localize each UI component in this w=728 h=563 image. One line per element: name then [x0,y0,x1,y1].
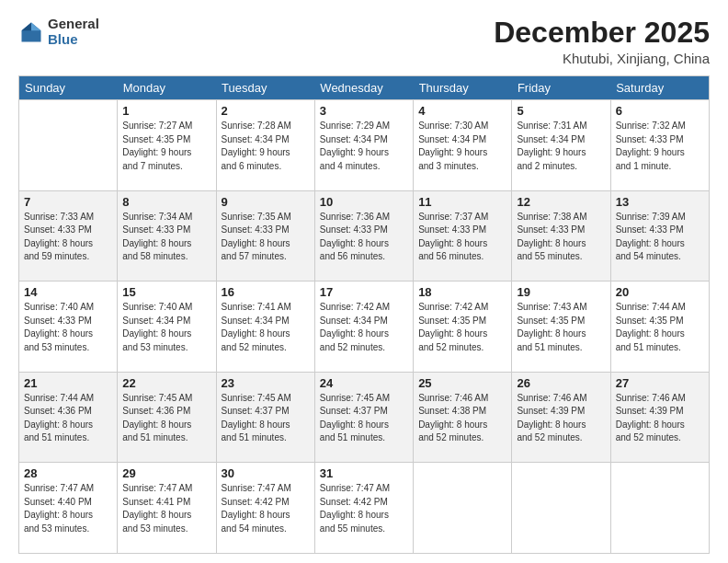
day-number: 18 [418,285,506,299]
logo-general-text: General [48,17,99,32]
table-cell: 31Sunrise: 7:47 AM Sunset: 4:42 PM Dayli… [314,463,413,554]
day-number: 19 [517,285,605,299]
table-cell: 14Sunrise: 7:40 AM Sunset: 4:33 PM Dayli… [19,282,118,373]
day-info: Sunrise: 7:44 AM Sunset: 4:36 PM Dayligh… [24,392,112,445]
table-cell: 16Sunrise: 7:41 AM Sunset: 4:34 PM Dayli… [216,282,314,373]
day-info: Sunrise: 7:46 AM Sunset: 4:38 PM Dayligh… [418,392,506,445]
calendar-week-row: 1Sunrise: 7:27 AM Sunset: 4:35 PM Daylig… [19,100,710,191]
table-cell: 17Sunrise: 7:42 AM Sunset: 4:34 PM Dayli… [314,282,413,373]
table-cell: 20Sunrise: 7:44 AM Sunset: 4:35 PM Dayli… [610,282,709,373]
month-title: December 2025 [494,17,710,49]
day-number: 13 [616,195,704,209]
table-cell: 9Sunrise: 7:35 AM Sunset: 4:33 PM Daylig… [216,190,314,282]
table-cell: 3Sunrise: 7:29 AM Sunset: 4:34 PM Daylig… [314,100,413,191]
day-info: Sunrise: 7:42 AM Sunset: 4:35 PM Dayligh… [418,301,506,354]
day-number: 16 [222,285,310,299]
table-cell: 1Sunrise: 7:27 AM Sunset: 4:35 PM Daylig… [118,100,216,191]
logo: General Blue [18,17,99,47]
day-info: Sunrise: 7:39 AM Sunset: 4:33 PM Dayligh… [616,211,704,264]
day-number: 9 [222,195,310,209]
col-sunday: Sunday [19,76,118,100]
day-info: Sunrise: 7:36 AM Sunset: 4:33 PM Dayligh… [320,211,408,264]
table-cell [19,100,118,191]
day-info: Sunrise: 7:28 AM Sunset: 4:34 PM Dayligh… [222,120,310,173]
day-number: 15 [122,285,210,299]
day-info: Sunrise: 7:45 AM Sunset: 4:37 PM Dayligh… [222,392,310,445]
col-thursday: Thursday [414,76,512,100]
table-cell: 7Sunrise: 7:33 AM Sunset: 4:33 PM Daylig… [19,190,118,282]
day-info: Sunrise: 7:30 AM Sunset: 4:34 PM Dayligh… [418,120,506,173]
day-info: Sunrise: 7:46 AM Sunset: 4:39 PM Dayligh… [517,392,605,445]
table-cell: 23Sunrise: 7:45 AM Sunset: 4:37 PM Dayli… [216,372,314,463]
table-cell: 19Sunrise: 7:43 AM Sunset: 4:35 PM Dayli… [512,282,610,373]
day-number: 6 [616,104,704,118]
table-cell: 2Sunrise: 7:28 AM Sunset: 4:34 PM Daylig… [216,100,314,191]
calendar-week-row: 28Sunrise: 7:47 AM Sunset: 4:40 PM Dayli… [19,463,710,554]
day-number: 26 [517,376,605,390]
day-info: Sunrise: 7:42 AM Sunset: 4:34 PM Dayligh… [320,301,408,354]
day-number: 21 [24,376,112,390]
day-info: Sunrise: 7:29 AM Sunset: 4:34 PM Dayligh… [320,120,408,173]
header: General Blue December 2025 Khutubi, Xinj… [18,17,710,66]
table-cell: 26Sunrise: 7:46 AM Sunset: 4:39 PM Dayli… [512,372,610,463]
col-friday: Friday [512,76,610,100]
day-info: Sunrise: 7:38 AM Sunset: 4:33 PM Dayligh… [517,211,605,264]
table-cell: 18Sunrise: 7:42 AM Sunset: 4:35 PM Dayli… [414,282,512,373]
logo-text: General Blue [48,17,99,47]
day-number: 17 [320,285,408,299]
day-number: 11 [418,195,506,209]
table-cell: 22Sunrise: 7:45 AM Sunset: 4:36 PM Dayli… [118,372,216,463]
day-info: Sunrise: 7:34 AM Sunset: 4:33 PM Dayligh… [122,211,210,264]
day-number: 29 [122,466,210,480]
location: Khutubi, Xinjiang, China [494,51,710,66]
logo-blue-text: Blue [48,32,99,48]
table-cell [512,463,610,554]
table-cell: 29Sunrise: 7:47 AM Sunset: 4:41 PM Dayli… [118,463,216,554]
table-cell [414,463,512,554]
table-cell: 30Sunrise: 7:47 AM Sunset: 4:42 PM Dayli… [216,463,314,554]
title-block: December 2025 Khutubi, Xinjiang, China [494,17,710,66]
col-saturday: Saturday [610,76,709,100]
col-monday: Monday [118,76,216,100]
day-info: Sunrise: 7:46 AM Sunset: 4:39 PM Dayligh… [616,392,704,445]
calendar-week-row: 14Sunrise: 7:40 AM Sunset: 4:33 PM Dayli… [19,282,710,373]
day-number: 30 [222,466,310,480]
table-cell: 25Sunrise: 7:46 AM Sunset: 4:38 PM Dayli… [414,372,512,463]
table-cell: 27Sunrise: 7:46 AM Sunset: 4:39 PM Dayli… [610,372,709,463]
day-info: Sunrise: 7:47 AM Sunset: 4:41 PM Dayligh… [122,482,210,535]
logo-icon [18,19,44,45]
day-number: 10 [320,195,408,209]
day-info: Sunrise: 7:44 AM Sunset: 4:35 PM Dayligh… [616,301,704,354]
day-info: Sunrise: 7:45 AM Sunset: 4:37 PM Dayligh… [320,392,408,445]
day-number: 27 [616,376,704,390]
day-info: Sunrise: 7:31 AM Sunset: 4:34 PM Dayligh… [517,120,605,173]
table-cell: 15Sunrise: 7:40 AM Sunset: 4:34 PM Dayli… [118,282,216,373]
table-cell: 13Sunrise: 7:39 AM Sunset: 4:33 PM Dayli… [610,190,709,282]
day-number: 1 [122,104,210,118]
day-number: 4 [418,104,506,118]
table-cell: 4Sunrise: 7:30 AM Sunset: 4:34 PM Daylig… [414,100,512,191]
day-info: Sunrise: 7:41 AM Sunset: 4:34 PM Dayligh… [222,301,310,354]
day-info: Sunrise: 7:40 AM Sunset: 4:33 PM Dayligh… [24,301,112,354]
day-info: Sunrise: 7:43 AM Sunset: 4:35 PM Dayligh… [517,301,605,354]
col-tuesday: Tuesday [216,76,314,100]
day-number: 23 [222,376,310,390]
day-number: 28 [24,466,112,480]
table-cell: 24Sunrise: 7:45 AM Sunset: 4:37 PM Dayli… [314,372,413,463]
table-cell [610,463,709,554]
table-cell: 5Sunrise: 7:31 AM Sunset: 4:34 PM Daylig… [512,100,610,191]
table-cell: 6Sunrise: 7:32 AM Sunset: 4:33 PM Daylig… [610,100,709,191]
day-info: Sunrise: 7:27 AM Sunset: 4:35 PM Dayligh… [122,120,210,173]
day-info: Sunrise: 7:40 AM Sunset: 4:34 PM Dayligh… [122,301,210,354]
table-cell: 28Sunrise: 7:47 AM Sunset: 4:40 PM Dayli… [19,463,118,554]
day-info: Sunrise: 7:47 AM Sunset: 4:42 PM Dayligh… [320,482,408,535]
day-number: 3 [320,104,408,118]
table-cell: 21Sunrise: 7:44 AM Sunset: 4:36 PM Dayli… [19,372,118,463]
day-number: 8 [122,195,210,209]
calendar-header-row: Sunday Monday Tuesday Wednesday Thursday… [19,76,710,100]
table-cell: 11Sunrise: 7:37 AM Sunset: 4:33 PM Dayli… [414,190,512,282]
day-number: 12 [517,195,605,209]
day-info: Sunrise: 7:33 AM Sunset: 4:33 PM Dayligh… [24,211,112,264]
page: General Blue December 2025 Khutubi, Xinj… [0,0,728,563]
day-info: Sunrise: 7:47 AM Sunset: 4:42 PM Dayligh… [222,482,310,535]
